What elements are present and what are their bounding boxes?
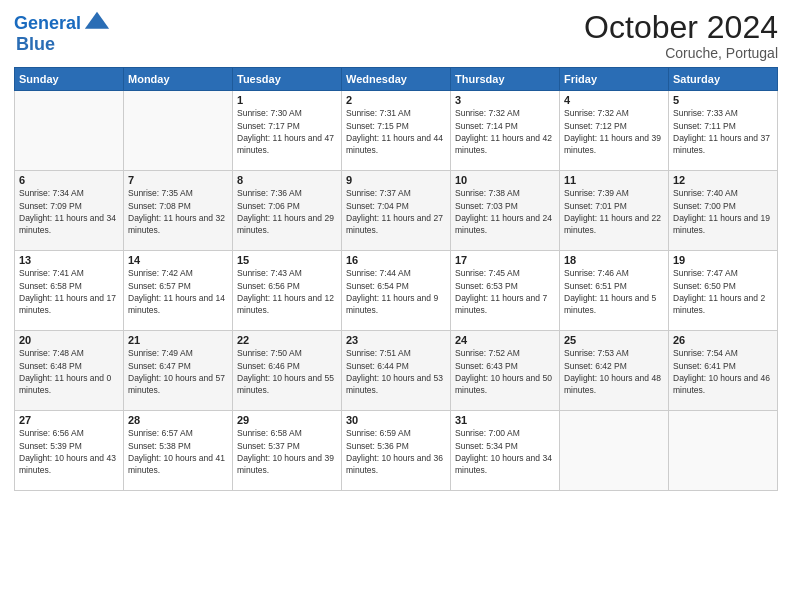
calendar-body: 1Sunrise: 7:30 AM Sunset: 7:17 PM Daylig… — [15, 91, 778, 491]
day-cell: 6Sunrise: 7:34 AM Sunset: 7:09 PM Daylig… — [15, 171, 124, 251]
day-cell: 5Sunrise: 7:33 AM Sunset: 7:11 PM Daylig… — [669, 91, 778, 171]
day-cell: 31Sunrise: 7:00 AM Sunset: 5:34 PM Dayli… — [451, 411, 560, 491]
day-number: 31 — [455, 414, 555, 426]
day-cell: 9Sunrise: 7:37 AM Sunset: 7:04 PM Daylig… — [342, 171, 451, 251]
title-block: October 2024 Coruche, Portugal — [584, 10, 778, 61]
day-number: 26 — [673, 334, 773, 346]
calendar-container: General Blue October 2024 Coruche, Portu… — [0, 0, 792, 612]
day-cell: 16Sunrise: 7:44 AM Sunset: 6:54 PM Dayli… — [342, 251, 451, 331]
day-cell — [15, 91, 124, 171]
day-info: Sunrise: 7:33 AM Sunset: 7:11 PM Dayligh… — [673, 107, 773, 156]
day-cell: 11Sunrise: 7:39 AM Sunset: 7:01 PM Dayli… — [560, 171, 669, 251]
week-row-5: 27Sunrise: 6:56 AM Sunset: 5:39 PM Dayli… — [15, 411, 778, 491]
calendar-table: SundayMondayTuesdayWednesdayThursdayFrid… — [14, 67, 778, 491]
day-info: Sunrise: 7:30 AM Sunset: 7:17 PM Dayligh… — [237, 107, 337, 156]
day-number: 27 — [19, 414, 119, 426]
month-title: October 2024 — [584, 10, 778, 45]
calendar-header: General Blue October 2024 Coruche, Portu… — [14, 10, 778, 61]
weekday-wednesday: Wednesday — [342, 68, 451, 91]
day-info: Sunrise: 7:41 AM Sunset: 6:58 PM Dayligh… — [19, 267, 119, 316]
day-cell: 27Sunrise: 6:56 AM Sunset: 5:39 PM Dayli… — [15, 411, 124, 491]
day-number: 4 — [564, 94, 664, 106]
day-info: Sunrise: 7:39 AM Sunset: 7:01 PM Dayligh… — [564, 187, 664, 236]
day-cell: 28Sunrise: 6:57 AM Sunset: 5:38 PM Dayli… — [124, 411, 233, 491]
day-info: Sunrise: 7:52 AM Sunset: 6:43 PM Dayligh… — [455, 347, 555, 396]
day-cell — [669, 411, 778, 491]
day-info: Sunrise: 7:37 AM Sunset: 7:04 PM Dayligh… — [346, 187, 446, 236]
day-info: Sunrise: 7:50 AM Sunset: 6:46 PM Dayligh… — [237, 347, 337, 396]
day-cell: 22Sunrise: 7:50 AM Sunset: 6:46 PM Dayli… — [233, 331, 342, 411]
day-number: 12 — [673, 174, 773, 186]
weekday-friday: Friday — [560, 68, 669, 91]
day-number: 13 — [19, 254, 119, 266]
day-info: Sunrise: 6:58 AM Sunset: 5:37 PM Dayligh… — [237, 427, 337, 476]
day-info: Sunrise: 7:32 AM Sunset: 7:14 PM Dayligh… — [455, 107, 555, 156]
day-number: 18 — [564, 254, 664, 266]
day-number: 15 — [237, 254, 337, 266]
logo: General Blue — [14, 10, 111, 55]
logo-text: General — [14, 14, 81, 34]
day-number: 2 — [346, 94, 446, 106]
day-info: Sunrise: 7:49 AM Sunset: 6:47 PM Dayligh… — [128, 347, 228, 396]
day-number: 29 — [237, 414, 337, 426]
day-cell: 4Sunrise: 7:32 AM Sunset: 7:12 PM Daylig… — [560, 91, 669, 171]
logo-icon — [83, 10, 111, 38]
day-info: Sunrise: 6:56 AM Sunset: 5:39 PM Dayligh… — [19, 427, 119, 476]
day-cell: 1Sunrise: 7:30 AM Sunset: 7:17 PM Daylig… — [233, 91, 342, 171]
day-cell: 7Sunrise: 7:35 AM Sunset: 7:08 PM Daylig… — [124, 171, 233, 251]
weekday-header-row: SundayMondayTuesdayWednesdayThursdayFrid… — [15, 68, 778, 91]
week-row-4: 20Sunrise: 7:48 AM Sunset: 6:48 PM Dayli… — [15, 331, 778, 411]
day-number: 20 — [19, 334, 119, 346]
day-info: Sunrise: 7:43 AM Sunset: 6:56 PM Dayligh… — [237, 267, 337, 316]
day-number: 30 — [346, 414, 446, 426]
day-number: 9 — [346, 174, 446, 186]
day-number: 17 — [455, 254, 555, 266]
day-number: 16 — [346, 254, 446, 266]
day-number: 22 — [237, 334, 337, 346]
day-cell: 21Sunrise: 7:49 AM Sunset: 6:47 PM Dayli… — [124, 331, 233, 411]
day-info: Sunrise: 7:46 AM Sunset: 6:51 PM Dayligh… — [564, 267, 664, 316]
day-info: Sunrise: 7:48 AM Sunset: 6:48 PM Dayligh… — [19, 347, 119, 396]
day-info: Sunrise: 7:47 AM Sunset: 6:50 PM Dayligh… — [673, 267, 773, 316]
day-info: Sunrise: 7:51 AM Sunset: 6:44 PM Dayligh… — [346, 347, 446, 396]
day-cell: 23Sunrise: 7:51 AM Sunset: 6:44 PM Dayli… — [342, 331, 451, 411]
day-number: 1 — [237, 94, 337, 106]
day-number: 21 — [128, 334, 228, 346]
day-number: 10 — [455, 174, 555, 186]
day-info: Sunrise: 7:34 AM Sunset: 7:09 PM Dayligh… — [19, 187, 119, 236]
week-row-3: 13Sunrise: 7:41 AM Sunset: 6:58 PM Dayli… — [15, 251, 778, 331]
day-number: 7 — [128, 174, 228, 186]
svg-marker-0 — [85, 12, 109, 29]
weekday-tuesday: Tuesday — [233, 68, 342, 91]
day-info: Sunrise: 7:44 AM Sunset: 6:54 PM Dayligh… — [346, 267, 446, 316]
day-cell: 10Sunrise: 7:38 AM Sunset: 7:03 PM Dayli… — [451, 171, 560, 251]
day-cell: 2Sunrise: 7:31 AM Sunset: 7:15 PM Daylig… — [342, 91, 451, 171]
weekday-thursday: Thursday — [451, 68, 560, 91]
day-number: 8 — [237, 174, 337, 186]
day-info: Sunrise: 7:32 AM Sunset: 7:12 PM Dayligh… — [564, 107, 664, 156]
day-number: 5 — [673, 94, 773, 106]
day-cell: 30Sunrise: 6:59 AM Sunset: 5:36 PM Dayli… — [342, 411, 451, 491]
day-cell: 29Sunrise: 6:58 AM Sunset: 5:37 PM Dayli… — [233, 411, 342, 491]
day-cell — [124, 91, 233, 171]
day-cell: 13Sunrise: 7:41 AM Sunset: 6:58 PM Dayli… — [15, 251, 124, 331]
day-cell: 14Sunrise: 7:42 AM Sunset: 6:57 PM Dayli… — [124, 251, 233, 331]
day-info: Sunrise: 7:53 AM Sunset: 6:42 PM Dayligh… — [564, 347, 664, 396]
day-cell: 8Sunrise: 7:36 AM Sunset: 7:06 PM Daylig… — [233, 171, 342, 251]
day-info: Sunrise: 7:00 AM Sunset: 5:34 PM Dayligh… — [455, 427, 555, 476]
day-number: 11 — [564, 174, 664, 186]
day-cell: 25Sunrise: 7:53 AM Sunset: 6:42 PM Dayli… — [560, 331, 669, 411]
week-row-2: 6Sunrise: 7:34 AM Sunset: 7:09 PM Daylig… — [15, 171, 778, 251]
day-info: Sunrise: 7:38 AM Sunset: 7:03 PM Dayligh… — [455, 187, 555, 236]
day-info: Sunrise: 7:35 AM Sunset: 7:08 PM Dayligh… — [128, 187, 228, 236]
day-cell: 19Sunrise: 7:47 AM Sunset: 6:50 PM Dayli… — [669, 251, 778, 331]
day-cell: 12Sunrise: 7:40 AM Sunset: 7:00 PM Dayli… — [669, 171, 778, 251]
day-cell: 15Sunrise: 7:43 AM Sunset: 6:56 PM Dayli… — [233, 251, 342, 331]
weekday-monday: Monday — [124, 68, 233, 91]
day-number: 3 — [455, 94, 555, 106]
day-info: Sunrise: 7:42 AM Sunset: 6:57 PM Dayligh… — [128, 267, 228, 316]
weekday-sunday: Sunday — [15, 68, 124, 91]
day-cell: 26Sunrise: 7:54 AM Sunset: 6:41 PM Dayli… — [669, 331, 778, 411]
day-cell: 17Sunrise: 7:45 AM Sunset: 6:53 PM Dayli… — [451, 251, 560, 331]
day-cell: 3Sunrise: 7:32 AM Sunset: 7:14 PM Daylig… — [451, 91, 560, 171]
